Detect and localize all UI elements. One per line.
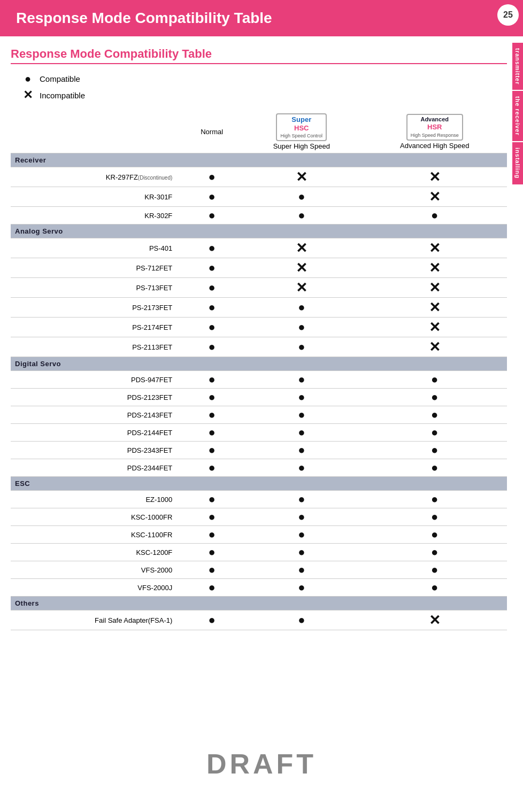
row-normal: ● (183, 167, 241, 187)
table-row: KSC-1200F●●● (11, 544, 507, 561)
table-row: PDS-2143FET●●● (11, 406, 507, 424)
row-advanced: ● (363, 389, 507, 406)
table-row: KR-301F●●✕ (11, 187, 507, 207)
header-title: Response Mode Compatibility Table (16, 10, 272, 27)
row-normal: ● (183, 526, 241, 544)
table-row: PDS-2144FET●●● (11, 424, 507, 442)
row-normal: ● (183, 318, 241, 337)
row-normal: ● (183, 442, 241, 459)
legend-compatible: ● Compatible (21, 73, 507, 85)
tab-transmitter[interactable]: transmitter (512, 43, 523, 90)
row-name: KR-297FZ(Discontinued) (11, 167, 183, 187)
row-normal: ● (183, 207, 241, 225)
row-name: PDS-2144FET (11, 424, 183, 442)
row-advanced: ● (363, 207, 507, 225)
row-super: ● (241, 491, 362, 508)
page-number: 25 (497, 4, 519, 26)
table-row: KR-302F●●● (11, 207, 507, 225)
incompatible-icon: ✕ (21, 88, 34, 102)
table-row: KSC-1100FR●●● (11, 526, 507, 544)
row-advanced: ✕ (363, 278, 507, 298)
table-row: PDS-2344FET●●● (11, 459, 507, 477)
section-title: Response Mode Compatibility Table (11, 47, 507, 64)
row-name: VFS-2000 (11, 561, 183, 579)
table-row: VFS-2000J●●● (11, 579, 507, 597)
row-normal: ● (183, 491, 241, 508)
row-name: PS-2173FET (11, 298, 183, 318)
row-super: ● (241, 318, 362, 337)
row-super: ● (241, 526, 362, 544)
row-super: ● (241, 544, 362, 561)
row-name: PDS-2143FET (11, 406, 183, 424)
row-advanced: ✕ (363, 337, 507, 357)
row-name: PS-712FET (11, 258, 183, 278)
compatibility-table: Normal Super HSC High Speed Control Supe… (11, 111, 507, 630)
category-row-digital-servo: Digital Servo (11, 357, 507, 371)
row-super: ● (241, 424, 362, 442)
row-normal: ● (183, 389, 241, 406)
category-row-receiver: Receiver (11, 153, 507, 167)
row-super: ● (241, 298, 362, 318)
row-advanced: ● (363, 508, 507, 526)
right-tabs: transmitter the receiver installing (512, 43, 523, 184)
row-advanced: ✕ (363, 187, 507, 207)
row-super: ● (241, 508, 362, 526)
table-row: Fail Safe Adapter(FSA-1)●●✕ (11, 610, 507, 630)
row-super: ● (241, 389, 362, 406)
row-normal: ● (183, 258, 241, 278)
table-header-row: Normal Super HSC High Speed Control Supe… (11, 111, 507, 153)
table-row: EZ-1000●●● (11, 491, 507, 508)
header-bar: Response Mode Compatibility Table 25 (0, 0, 523, 36)
row-super: ✕ (241, 278, 362, 298)
row-normal: ● (183, 579, 241, 597)
row-normal: ● (183, 406, 241, 424)
row-super: ✕ (241, 258, 362, 278)
row-name: PS-713FET (11, 278, 183, 298)
row-super: ● (241, 207, 362, 225)
table-row: KR-297FZ(Discontinued)●✕✕ (11, 167, 507, 187)
row-name: KSC-1200F (11, 544, 183, 561)
row-advanced: ● (363, 544, 507, 561)
category-row-esc: ESC (11, 477, 507, 491)
row-name: PDS-2123FET (11, 389, 183, 406)
draft-watermark: DRAFT (206, 748, 317, 780)
row-super: ● (241, 337, 362, 357)
table-body: ReceiverKR-297FZ(Discontinued)●✕✕KR-301F… (11, 153, 507, 630)
row-normal: ● (183, 508, 241, 526)
row-normal: ● (183, 424, 241, 442)
row-super: ● (241, 406, 362, 424)
row-normal: ● (183, 610, 241, 630)
row-normal: ● (183, 371, 241, 389)
tab-installing[interactable]: installing (512, 142, 523, 184)
table-row: PDS-2123FET●●● (11, 389, 507, 406)
row-name: EZ-1000 (11, 491, 183, 508)
row-normal: ● (183, 187, 241, 207)
row-name: PS-2174FET (11, 318, 183, 337)
table-row: PDS-947FET●●● (11, 371, 507, 389)
legend-incompatible: ✕ Incompatible (21, 88, 507, 102)
row-advanced: ● (363, 579, 507, 597)
row-normal: ● (183, 459, 241, 477)
row-name: KR-302F (11, 207, 183, 225)
table-row: PS-401●✕✕ (11, 238, 507, 258)
row-normal: ● (183, 298, 241, 318)
row-advanced: ● (363, 424, 507, 442)
row-name: KR-301F (11, 187, 183, 207)
col-normal: Normal (183, 111, 241, 153)
row-name: KSC-1100FR (11, 526, 183, 544)
compatible-icon: ● (21, 73, 34, 85)
col-super-high-speed: Super HSC High Speed Control Super High … (241, 111, 362, 153)
row-name: PDS-947FET (11, 371, 183, 389)
col-advanced-high-speed: Advanced HSR High Speed Response Advance… (363, 111, 507, 153)
table-row: PS-2113FET●●✕ (11, 337, 507, 357)
row-advanced: ● (363, 561, 507, 579)
table-row: PS-2174FET●●✕ (11, 318, 507, 337)
tab-the-receiver[interactable]: the receiver (512, 91, 523, 141)
row-advanced: ✕ (363, 167, 507, 187)
row-normal: ● (183, 278, 241, 298)
row-super: ● (241, 579, 362, 597)
row-super: ● (241, 442, 362, 459)
row-super: ✕ (241, 167, 362, 187)
row-advanced: ● (363, 526, 507, 544)
legend-incompatible-label: Incompatible (40, 91, 85, 100)
